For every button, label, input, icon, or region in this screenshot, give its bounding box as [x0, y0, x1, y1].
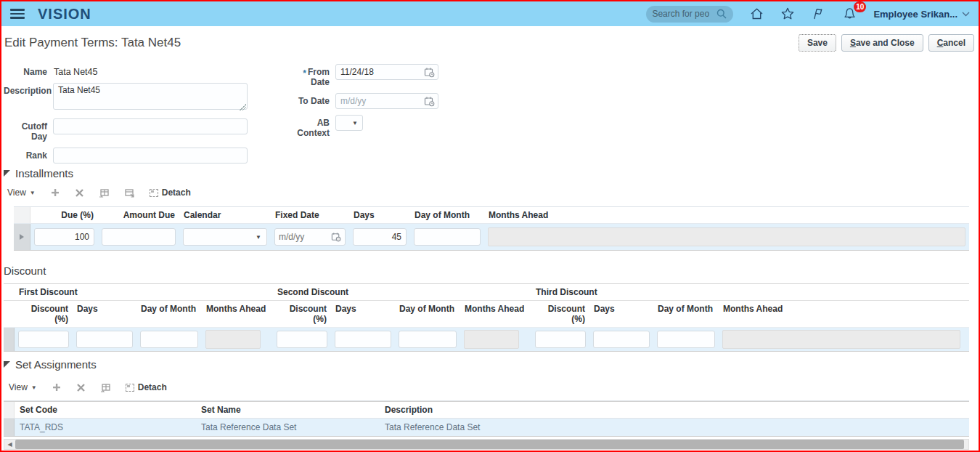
description-textarea[interactable]: Tata Net45	[53, 83, 248, 110]
discount-row[interactable]	[4, 328, 969, 352]
col-days: Days	[331, 301, 395, 327]
installments-section-header[interactable]: Installments	[4, 167, 73, 179]
set-assignments-section-header[interactable]: Set Assignments	[4, 358, 97, 371]
cancel-button[interactable]: Cancel	[928, 34, 974, 52]
notifications-bell-icon[interactable]: 10	[842, 7, 857, 21]
discount-subheader-row: Discount (%) Days Day of Month Months Ah…	[4, 301, 969, 328]
due-pct-input[interactable]	[34, 228, 94, 246]
description-label: Description	[4, 83, 47, 113]
horizontal-scrollbar[interactable]: ◀	[4, 439, 969, 450]
freeze-grid-icon[interactable]	[124, 188, 135, 198]
detach-button[interactable]: Detach	[126, 382, 167, 392]
ab-context-select[interactable]: ▼	[335, 115, 363, 131]
calendar-picker-icon[interactable]	[420, 67, 438, 78]
delete-row-icon[interactable]	[75, 188, 84, 198]
second-discount-pct-input[interactable]	[277, 331, 327, 348]
cutoff-day-input[interactable]	[53, 118, 248, 134]
user-menu[interactable]: Employee Srikan...	[873, 9, 970, 20]
day-of-month-input[interactable]	[414, 228, 481, 246]
row-handle-header	[14, 207, 30, 223]
days-input[interactable]	[353, 228, 407, 246]
row-handle[interactable]	[4, 328, 15, 351]
save-button[interactable]: Save	[799, 34, 836, 52]
chevron-down-icon	[962, 12, 970, 17]
third-days-input[interactable]	[593, 331, 650, 348]
col-discount-pct: Discount (%)	[531, 301, 589, 327]
ab-context-label: AB Context	[285, 115, 330, 138]
columns-grid-icon[interactable]	[100, 383, 111, 392]
global-search[interactable]	[646, 6, 733, 23]
col-day-of-month: Day of Month	[136, 301, 202, 327]
second-day-of-month-input[interactable]	[399, 331, 457, 348]
detach-icon	[126, 384, 134, 392]
col-calendar: Calendar	[179, 207, 271, 223]
amount-due-input[interactable]	[102, 228, 176, 246]
col-days: Days	[73, 301, 136, 327]
view-menu-button[interactable]: View▼	[7, 187, 36, 198]
calendar-select[interactable]: ▼	[183, 228, 267, 246]
installments-header-row: Due (%) Amount Due Calendar Fixed Date D…	[14, 207, 969, 224]
flag-watchlist-icon[interactable]	[811, 7, 826, 21]
second-days-input[interactable]	[335, 331, 391, 348]
scroll-left-arrow-icon[interactable]: ◀	[4, 441, 15, 448]
view-menu-button[interactable]: View▼	[9, 382, 37, 392]
first-days-input[interactable]	[76, 331, 133, 348]
col-day-of-month: Day of Month	[395, 301, 460, 327]
fixed-date-input[interactable]	[275, 232, 327, 242]
collapse-triangle-icon[interactable]	[4, 361, 10, 368]
to-date-row: To Date	[285, 93, 438, 109]
set-assignments-table: Set Code Set Name Description TATA_RDS T…	[4, 400, 969, 450]
favorites-star-icon[interactable]	[780, 7, 795, 21]
third-discount-pct-input[interactable]	[535, 331, 586, 348]
detach-button[interactable]: Detach	[150, 187, 191, 198]
caret-down-icon: ▼	[30, 190, 36, 196]
col-discount-pct: Discount (%)	[273, 301, 331, 327]
set-name-cell: Tata Reference Data Set	[196, 419, 380, 435]
add-row-icon[interactable]	[52, 382, 62, 392]
discount-title: Discount	[4, 265, 46, 277]
scrollbar-thumb[interactable]	[15, 440, 964, 449]
row-handle[interactable]	[14, 224, 30, 250]
row-handle-header	[4, 402, 15, 418]
search-input[interactable]	[652, 9, 716, 19]
calendar-picker-icon[interactable]	[327, 232, 345, 242]
delete-row-icon[interactable]	[76, 383, 86, 392]
third-day-of-month-input[interactable]	[657, 331, 715, 348]
row-handle[interactable]	[4, 419, 15, 436]
set-assignments-row[interactable]: TATA_RDS Tata Reference Data Set Tata Re…	[4, 419, 969, 437]
from-date-field[interactable]	[335, 64, 438, 80]
col-days: Days	[349, 207, 410, 223]
col-days: Days	[589, 301, 653, 327]
second-months-ahead-disabled-cell	[464, 330, 519, 349]
search-icon[interactable]	[716, 8, 727, 20]
page-title: Edit Payment Terms: Tata Net45	[4, 36, 181, 50]
set-code-cell: TATA_RDS	[15, 419, 196, 435]
to-date-field[interactable]	[335, 93, 438, 109]
required-asterisk: *	[303, 68, 306, 78]
caret-down-icon: ▼	[31, 384, 37, 391]
installments-table: Due (%) Amount Due Calendar Fixed Date D…	[14, 206, 969, 251]
ab-context-row: AB Context ▼	[285, 115, 438, 138]
set-assignments-header-row: Set Code Set Name Description	[4, 401, 969, 419]
to-date-input[interactable]	[336, 96, 420, 106]
columns-grid-icon[interactable]	[99, 188, 110, 198]
home-icon[interactable]	[749, 7, 764, 21]
name-value: Tata Net45	[54, 64, 97, 77]
save-and-close-button[interactable]: Save and Close	[841, 34, 923, 52]
collapse-triangle-icon[interactable]	[4, 170, 10, 177]
name-row: Name Tata Net45	[4, 64, 248, 77]
rank-input[interactable]	[53, 148, 248, 164]
installments-row[interactable]: ▼	[14, 224, 969, 251]
installments-title: Installments	[15, 167, 73, 179]
group-second-discount: Second Discount	[273, 284, 531, 300]
description-cell: Tata Reference Data Set	[380, 419, 969, 435]
first-months-ahead-disabled-cell	[205, 330, 261, 349]
fixed-date-field[interactable]	[274, 228, 346, 246]
third-months-ahead-disabled-cell	[722, 330, 960, 349]
from-date-input[interactable]	[336, 67, 420, 77]
hamburger-menu-icon[interactable]	[10, 9, 25, 19]
first-discount-pct-input[interactable]	[18, 331, 69, 348]
calendar-picker-icon[interactable]	[420, 96, 438, 107]
add-row-icon[interactable]	[50, 187, 60, 198]
first-day-of-month-input[interactable]	[140, 331, 198, 348]
